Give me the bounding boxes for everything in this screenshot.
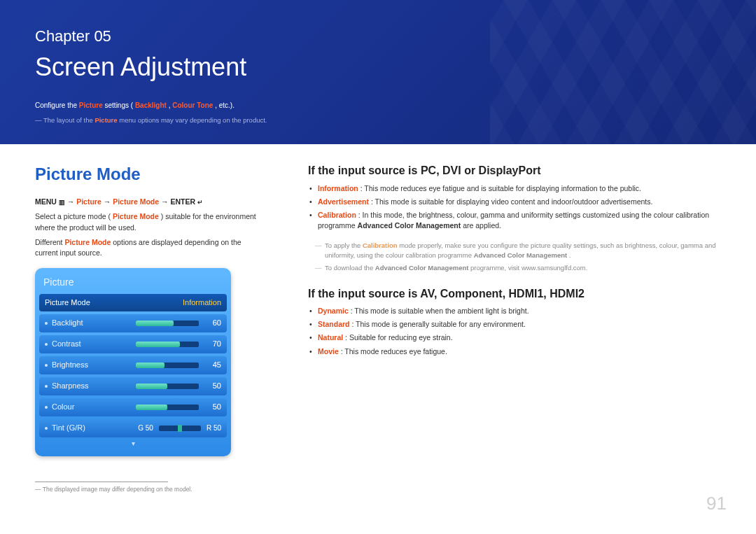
section-title-picture-mode: Picture Mode: [35, 162, 266, 187]
osd-row-tint: Tint (G/R) G 50 R 50: [39, 419, 227, 437]
acm-keyword: Advanced Color Management: [375, 264, 469, 272]
tint-slider-knob: [178, 425, 182, 432]
osd-row-contrast: Contrast 70: [39, 335, 227, 353]
bullet-icon: [45, 343, 48, 346]
acm-keyword: Advanced Color Management: [474, 251, 568, 259]
slider-fill: [136, 342, 180, 347]
mode-name: Natural: [318, 333, 343, 342]
picture-mode-keyword: Picture Mode: [64, 238, 111, 246]
enter-icon: ↵: [197, 198, 203, 207]
osd-label: Tint (G/R): [52, 423, 138, 434]
mode-desc: : This mode reduces eye fatigue.: [341, 347, 447, 356]
bullet-icon: [45, 364, 48, 367]
slider-fill: [136, 321, 174, 326]
osd-row-colour: Colour 50: [39, 398, 227, 416]
text: , etc.).: [215, 101, 234, 109]
text: Select a picture mode (: [35, 212, 111, 220]
osd-label: Backlight: [52, 318, 136, 329]
text: To apply the: [325, 241, 363, 249]
osd-header-row: Picture Mode Information: [39, 294, 227, 312]
mode-desc: : This mode reduces eye fatigue and is s…: [360, 184, 641, 192]
acm-keyword: Advanced Color Management: [358, 221, 461, 230]
mode-name: Calibration: [318, 211, 356, 219]
chapter-hero: Chapter 05 Screen Adjustment Configure t…: [0, 0, 756, 144]
tint-r-value: R 50: [206, 423, 221, 434]
left-column: Picture Mode MENU ▥ → Picture → Picture …: [35, 162, 266, 493]
osd-panel: Picture Picture Mode Information Backlig…: [35, 268, 231, 456]
chapter-label: Chapter 05: [35, 25, 721, 48]
text: Configure the: [35, 101, 79, 109]
picture-keyword: Picture: [79, 101, 103, 109]
hero-note: ― The layout of the Picture menu options…: [35, 115, 721, 125]
bullet-icon: [45, 385, 48, 388]
slider-track: [136, 321, 199, 326]
slider-track: [136, 363, 199, 368]
mode-desc: are applied.: [463, 221, 501, 230]
mode-name: Movie: [318, 347, 339, 356]
arrow-icon: →: [67, 197, 76, 206]
intro-text: Select a picture mode ( Picture Mode ) s…: [35, 211, 266, 258]
list-item: Movie : This mode reduces eye fatigue.: [308, 346, 721, 357]
mode-name: Advertisement: [318, 197, 369, 206]
arrow-icon: →: [161, 197, 170, 206]
list-item: Natural : Suitable for reducing eye stra…: [308, 332, 721, 343]
slider-track: [136, 384, 199, 389]
mode-desc: : Suitable for reducing eye strain.: [345, 333, 453, 342]
slider-track: [136, 405, 199, 410]
footnote-rule: [35, 482, 168, 482]
tint-g-value: G 50: [138, 423, 153, 434]
chapter-title: Screen Adjustment: [35, 49, 721, 85]
slider-fill: [136, 405, 167, 410]
osd-value: 50: [206, 381, 221, 392]
mode-desc: : This mode is suitable for displaying v…: [371, 197, 653, 206]
subnote: To download the Advanced Color Managemen…: [308, 263, 721, 273]
osd-value: 50: [206, 402, 221, 413]
text: menu options may vary depending on the p…: [119, 116, 267, 124]
osd-label: Sharpness: [52, 381, 136, 392]
page-number: 91: [706, 491, 727, 517]
mode-list-pc: Information : This mode reduces eye fati…: [308, 183, 721, 232]
crumb-picture-mode: Picture Mode: [113, 197, 159, 206]
text: .: [569, 251, 571, 259]
bullet-icon: [45, 322, 48, 325]
mode-name: Information: [318, 184, 358, 192]
osd-value: 60: [206, 318, 221, 329]
menu-breadcrumb: MENU ▥ → Picture → Picture Mode → ENTER …: [35, 197, 266, 207]
osd-label: Contrast: [52, 339, 136, 350]
text: Different: [35, 238, 64, 246]
osd-row-sharpness: Sharpness 50: [39, 377, 227, 395]
crumb-picture: Picture: [76, 197, 102, 206]
arrow-icon: →: [104, 197, 113, 206]
tint-slider-track: [159, 426, 201, 431]
text: To download the: [325, 264, 375, 272]
bullet-icon: [45, 427, 48, 430]
mode-desc: : This mode is suitable when the ambient…: [351, 307, 529, 315]
text: ― The layout of the: [35, 116, 94, 124]
mode-desc: : This mode is generally suitable for an…: [351, 320, 525, 328]
osd-row-brightness: Brightness 45: [39, 356, 227, 374]
bullet-icon: [45, 406, 48, 409]
list-item: Standard : This mode is generally suitab…: [308, 319, 721, 330]
osd-header-right: Information: [183, 297, 221, 309]
backlight-keyword: Backlight: [135, 101, 167, 109]
osd-header-left: Picture Mode: [45, 297, 90, 309]
slider-track: [136, 342, 199, 347]
list-item: Advertisement : This mode is suitable fo…: [308, 197, 721, 207]
menu-icon: ▥: [59, 198, 65, 207]
hero-subline: Configure the Picture settings ( Backlig…: [35, 101, 721, 111]
text: settings (: [105, 101, 134, 109]
list-item: Dynamic : This mode is suitable when the…: [308, 306, 721, 316]
osd-label: Colour: [52, 402, 136, 413]
picture-keyword: Picture: [94, 116, 117, 124]
slider-fill: [136, 384, 167, 389]
mode-name: Dynamic: [318, 307, 349, 315]
osd-value: 70: [206, 339, 221, 350]
slider-fill: [136, 363, 164, 368]
chevron-down-icon: ▾: [39, 439, 227, 449]
mode-name: Standard: [318, 320, 350, 328]
osd-panel-title: Picture: [39, 272, 227, 293]
block-av-hdmi: If the input source is AV, Component, HD…: [308, 286, 721, 357]
footnote: ― The displayed image may differ dependi…: [35, 485, 266, 493]
osd-label: Brightness: [52, 360, 136, 371]
picture-mode-keyword: Picture Mode: [113, 212, 159, 220]
